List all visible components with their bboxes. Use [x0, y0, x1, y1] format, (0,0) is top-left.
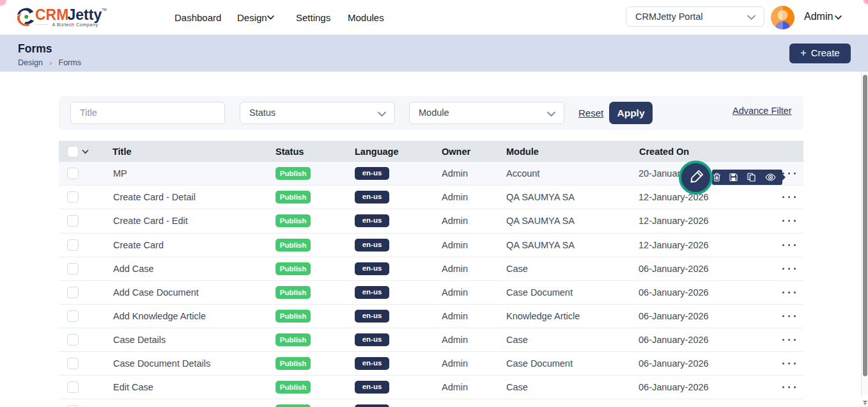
svg-text:TM: TM [102, 8, 107, 12]
svg-text:Jetty: Jetty [68, 7, 102, 23]
svg-text:A Biztech Company: A Biztech Company [52, 22, 98, 28]
svg-text:CRM: CRM [35, 7, 68, 23]
